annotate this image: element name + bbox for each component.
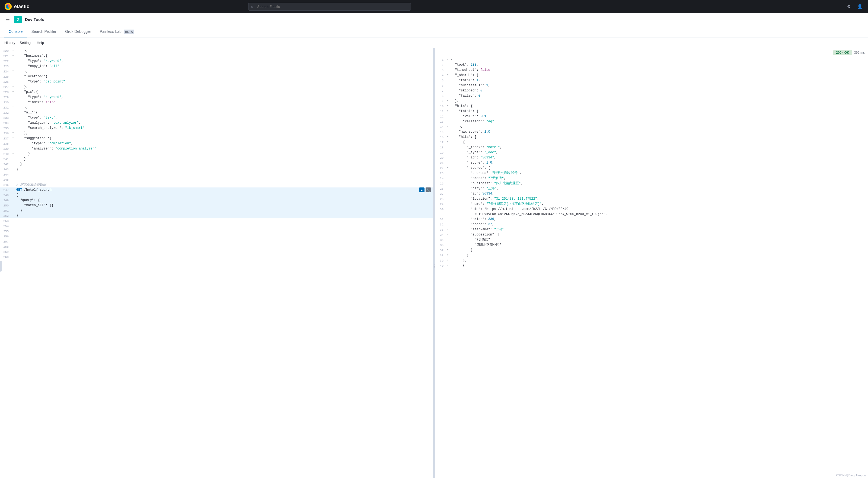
help-button[interactable]: Help [37, 39, 44, 46]
output-line-content[interactable]: } [450, 253, 868, 258]
output-fold-gutter[interactable]: ▾ [446, 232, 450, 237]
fold-gutter[interactable]: ▾ [11, 48, 15, 53]
search-input[interactable] [248, 3, 411, 10]
line-content[interactable]: "all":{ [15, 110, 433, 115]
output-line-content[interactable]: /Ci9EVkyLRkIXo1vAAHgrxo_pUcAALcKQLD688AA… [450, 212, 868, 217]
output-line-content[interactable]: "id": 36934, [450, 191, 868, 196]
line-content[interactable]: } [15, 208, 433, 213]
line-content[interactable]: "search_analyzer": "ik_smart" [15, 126, 433, 130]
line-content[interactable]: "copy_to": "all" [15, 64, 433, 69]
history-button[interactable]: History [4, 39, 15, 46]
output-fold-gutter[interactable]: ▾ [446, 140, 450, 145]
fold-gutter[interactable]: ▾ [11, 69, 15, 74]
output-line-content[interactable]: ] [450, 248, 868, 252]
output-line-content[interactable]: "hits": [ [450, 135, 868, 140]
line-content[interactable]: } [15, 213, 433, 218]
fold-gutter[interactable]: ▾ [11, 136, 15, 141]
output-line-content[interactable]: "score": 37, [450, 222, 868, 227]
output-fold-gutter[interactable]: ▾ [446, 135, 450, 140]
output-line-content[interactable]: "value": 201, [450, 114, 868, 119]
line-content[interactable]: GET /hotel/_search [15, 187, 419, 192]
output-line-content[interactable]: "total": 1, [450, 78, 868, 83]
tab-painless-lab[interactable]: Painless Lab BETA [95, 26, 138, 37]
output-fold-gutter[interactable]: ▾ [446, 109, 450, 114]
output-line-content[interactable]: "_source": { [450, 166, 868, 170]
fold-gutter[interactable]: ▾ [11, 90, 15, 94]
tab-search-profiler[interactable]: Search Profiler [27, 26, 61, 37]
fold-gutter[interactable]: ▾ [11, 74, 15, 79]
line-content[interactable]: "type": "text", [15, 115, 433, 120]
line-content[interactable]: "match_all": {} [15, 203, 433, 208]
output-fold-gutter[interactable]: ▾ [446, 98, 450, 103]
global-search[interactable]: ⌕ [248, 3, 411, 10]
user-icon[interactable]: 👤 [856, 3, 864, 10]
output-line-content[interactable]: "relation": "eq" [450, 119, 868, 124]
side-collapse-tab[interactable] [0, 261, 2, 272]
line-content[interactable]: } [15, 151, 433, 156]
output-line-content[interactable]: { [450, 57, 868, 62]
line-content[interactable]: }, [15, 105, 433, 110]
line-content[interactable]: "type": "geo_point" [15, 79, 433, 84]
output-line-content[interactable]: }, [450, 124, 868, 129]
output-line-content[interactable]: "_index": "hotel", [450, 145, 868, 150]
line-content[interactable]: "business":{ [15, 54, 433, 58]
output-line-content[interactable]: "hits": { [450, 103, 868, 109]
output-fold-gutter[interactable]: ▾ [446, 248, 450, 252]
fold-gutter[interactable]: ▾ [11, 84, 15, 89]
fold-gutter[interactable]: ▾ [11, 54, 15, 58]
line-content[interactable]: }, [15, 131, 433, 136]
line-content[interactable]: { [15, 192, 433, 198]
output-line-content[interactable]: "max_score": 1.0, [450, 129, 868, 134]
line-content[interactable]: "analyzer": "text_anlyzer", [15, 120, 433, 125]
line-content[interactable]: } [15, 156, 433, 161]
output-line-content[interactable]: "business": "四川北路商业区", [450, 181, 868, 186]
line-content[interactable]: "analyzer": "completion_analyzer" [15, 146, 433, 151]
hamburger-button[interactable]: ☰ [4, 16, 11, 24]
settings-icon[interactable]: ⚙ [846, 3, 852, 10]
output-fold-gutter[interactable]: ▾ [446, 124, 450, 129]
output-line-content[interactable]: { [450, 140, 868, 145]
output-line-content[interactable]: "pic": "https://m.tuniucdn.com/fb2/t1/G1… [450, 207, 868, 212]
output-line-content[interactable]: "took": 238, [450, 62, 868, 67]
line-content[interactable]: "index": false [15, 100, 433, 105]
line-content[interactable]: } [15, 167, 433, 172]
output-body[interactable]: 1 ▾ { 2 "took": 238, 3 "timed_out": fals… [435, 57, 868, 478]
output-line-content[interactable]: "address": "静安交通路40号", [450, 171, 868, 176]
line-content[interactable]: # 测试搜索全部数据 [15, 182, 433, 187]
line-content[interactable]: } [15, 162, 433, 167]
elastic-logo[interactable]: elastic [4, 3, 29, 10]
output-line-content[interactable]: "price": 336, [450, 217, 868, 221]
tab-console[interactable]: Console [4, 26, 27, 37]
output-line-content[interactable]: "timed_out": false, [450, 67, 868, 72]
output-line-content[interactable]: "successful": 1, [450, 83, 868, 88]
settings-button[interactable]: Settings [20, 39, 32, 46]
tab-grok-debugger[interactable]: Grok Debugger [61, 26, 95, 37]
output-line-content[interactable]: "city": "上海", [450, 186, 868, 191]
output-fold-gutter[interactable]: ▾ [446, 57, 450, 62]
output-fold-gutter[interactable]: ▾ [446, 253, 450, 258]
line-content[interactable]: }, [15, 48, 433, 53]
output-line-content[interactable]: "_id": "36934", [450, 155, 868, 160]
line-content[interactable]: "location":{ [15, 74, 433, 79]
fold-gutter[interactable]: ▾ [11, 131, 15, 136]
editor-body[interactable]: 220 ▾ }, 221 ▾ "business":{ 222 "type": … [0, 48, 433, 478]
output-fold-gutter[interactable]: ▾ [446, 73, 450, 78]
fold-gutter[interactable]: ▾ [11, 110, 15, 115]
output-fold-gutter[interactable]: ▾ [446, 227, 450, 232]
line-content[interactable]: "type": "keyword", [15, 59, 433, 63]
line-content[interactable]: }, [15, 84, 433, 89]
line-content[interactable]: }, [15, 69, 433, 74]
output-line-content[interactable]: "_shards": { [450, 73, 868, 78]
output-line-content[interactable]: }, [450, 98, 868, 103]
line-content[interactable]: "query": { [15, 198, 433, 203]
output-line-content[interactable]: "failed": 0 [450, 93, 868, 98]
output-line-content[interactable]: "brand": "7天酒店", [450, 176, 868, 181]
wrench-button[interactable]: 🔧 [426, 187, 431, 192]
line-content[interactable]: "suggestion":{ [15, 136, 433, 141]
output-fold-gutter[interactable]: ▾ [446, 258, 450, 263]
output-line-content[interactable]: }, [450, 258, 868, 263]
output-line-content[interactable]: "location": "31.251433, 121.47522", [450, 197, 868, 201]
run-button[interactable]: ▶ [419, 187, 425, 192]
output-fold-gutter[interactable]: ▾ [446, 263, 450, 268]
line-content[interactable]: "type": "completion", [15, 141, 433, 146]
